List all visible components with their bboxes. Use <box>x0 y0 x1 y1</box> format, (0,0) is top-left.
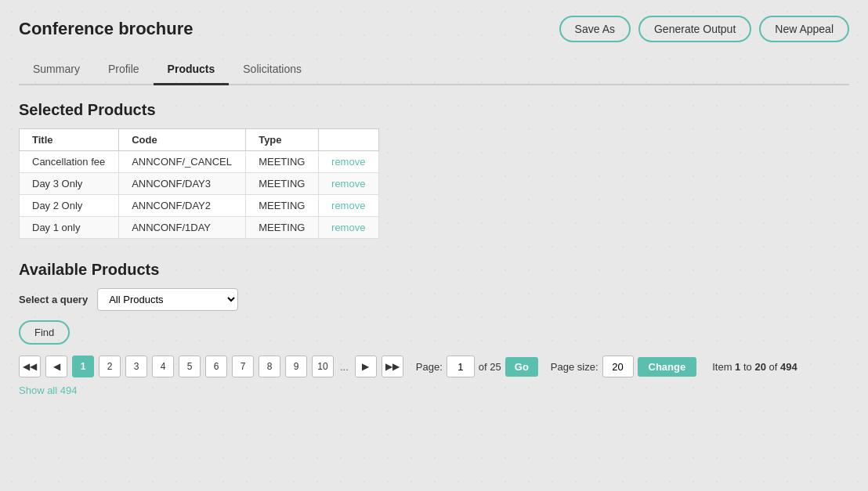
product-title: Day 3 Only <box>20 173 119 195</box>
find-button[interactable]: Find <box>19 320 70 345</box>
table-row: Day 1 only ANNCONF/1DAY MEETING remove <box>20 217 379 239</box>
product-code: ANNCONF/1DAY <box>119 217 246 239</box>
table-row: Cancellation fee ANNCONF/_CANCEL MEETING… <box>20 151 379 173</box>
save-as-button[interactable]: Save As <box>559 16 631 42</box>
pag-page-1[interactable]: 1 <box>72 356 94 377</box>
product-type: MEETING <box>246 217 319 239</box>
tab-profile[interactable]: Profile <box>94 55 154 85</box>
pag-last-button[interactable]: ▶▶ <box>382 356 403 377</box>
page-label: Page: <box>416 361 443 373</box>
pag-page-10[interactable]: 10 <box>312 356 334 377</box>
remove-link[interactable]: remove <box>331 222 365 233</box>
selected-products-table: Title Code Type Cancellation fee ANNCONF… <box>19 128 379 239</box>
generate-output-button[interactable]: Generate Output <box>638 16 751 42</box>
remove-cell: remove <box>319 195 379 217</box>
product-title: Day 1 only <box>20 217 119 239</box>
col-code: Code <box>119 129 246 151</box>
go-button[interactable]: Go <box>505 357 538 377</box>
col-type: Type <box>246 129 319 151</box>
product-type: MEETING <box>246 195 319 217</box>
col-action <box>319 129 379 151</box>
query-label: Select a query <box>19 294 88 305</box>
product-type: MEETING <box>246 151 319 173</box>
page-size-input[interactable] <box>602 356 634 377</box>
query-select[interactable]: All ProductsActive ProductsInactive Prod… <box>97 288 238 311</box>
page-header: Conference brochure Save As Generate Out… <box>19 16 849 42</box>
change-button[interactable]: Change <box>638 357 697 377</box>
product-title: Day 2 Only <box>20 195 119 217</box>
product-type: MEETING <box>246 173 319 195</box>
query-row: Select a query All ProductsActive Produc… <box>19 288 849 311</box>
pagination-row: ◀◀ ◀ 1 2 3 4 5 6 7 8 9 10 ... ▶ ▶▶ Page:… <box>19 356 849 377</box>
tab-products[interactable]: Products <box>154 55 230 85</box>
pag-page-5[interactable]: 5 <box>179 356 201 377</box>
show-all-link[interactable]: Show all 494 <box>19 384 77 396</box>
product-code: ANNCONF/DAY3 <box>119 173 246 195</box>
pag-prev-button[interactable]: ◀ <box>45 356 67 377</box>
page-input-group: Page: of 25 Go <box>416 356 538 377</box>
page-title: Conference brochure <box>19 19 193 39</box>
page-size-label: Page size: <box>551 361 599 373</box>
pag-first-button[interactable]: ◀◀ <box>19 356 41 377</box>
remove-cell: remove <box>319 217 379 239</box>
pag-page-7[interactable]: 7 <box>232 356 254 377</box>
product-code: ANNCONF/DAY2 <box>119 195 246 217</box>
pag-next-button[interactable]: ▶ <box>355 356 377 377</box>
product-code: ANNCONF/_CANCEL <box>119 151 246 173</box>
tab-solicitations[interactable]: Solicitations <box>229 55 316 85</box>
header-actions: Save As Generate Output New Appeal <box>559 16 849 42</box>
remove-link[interactable]: remove <box>331 178 365 190</box>
tab-bar: Summary Profile Products Solicitations <box>19 55 849 85</box>
col-title: Title <box>20 129 119 151</box>
pag-page-2[interactable]: 2 <box>99 356 121 377</box>
remove-cell: remove <box>319 151 379 173</box>
product-title: Cancellation fee <box>20 151 119 173</box>
page-size-group: Page size: Change <box>551 356 696 377</box>
new-appeal-button[interactable]: New Appeal <box>759 16 849 42</box>
table-row: Day 3 Only ANNCONF/DAY3 MEETING remove <box>20 173 379 195</box>
pag-page-8[interactable]: 8 <box>259 356 280 377</box>
page-number-input[interactable] <box>447 356 475 377</box>
pag-page-4[interactable]: 4 <box>152 356 174 377</box>
table-row: Day 2 Only ANNCONF/DAY2 MEETING remove <box>20 195 379 217</box>
pag-page-6[interactable]: 6 <box>205 356 227 377</box>
pag-page-9[interactable]: 9 <box>285 356 307 377</box>
available-products-title: Available Products <box>19 261 849 279</box>
selected-products-title: Selected Products <box>19 101 849 119</box>
item-count: Item 1 to 20 of 494 <box>712 361 797 373</box>
tab-summary[interactable]: Summary <box>19 55 94 85</box>
remove-link[interactable]: remove <box>331 200 365 211</box>
of-total-pages: of 25 <box>479 361 501 373</box>
remove-cell: remove <box>319 173 379 195</box>
pag-page-3[interactable]: 3 <box>125 356 147 377</box>
remove-link[interactable]: remove <box>331 156 365 168</box>
pag-ellipsis: ... <box>338 361 350 373</box>
